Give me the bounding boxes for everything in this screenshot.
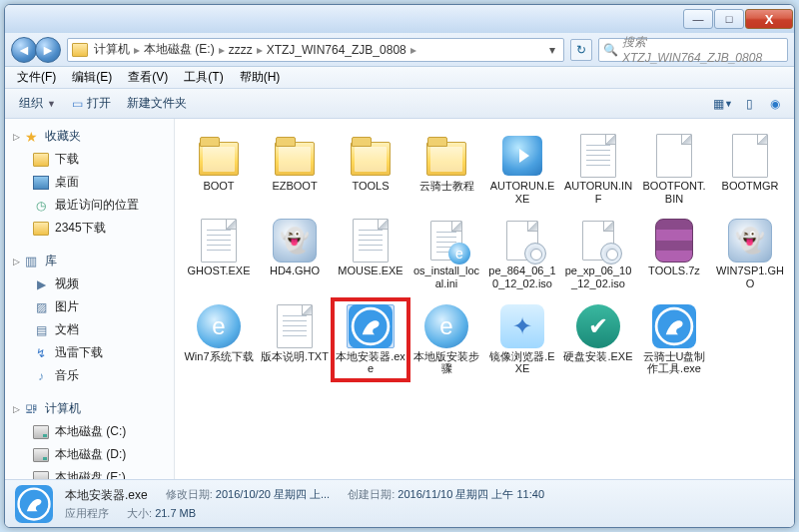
- breadcrumb-dropdown[interactable]: ▾: [545, 43, 559, 57]
- title-bar: — □ X: [5, 5, 794, 33]
- file-label: WIN7SP1.GHO: [715, 265, 785, 289]
- file-label: EZBOOT: [272, 180, 317, 193]
- file-item[interactable]: AUTORUN.EXE: [486, 131, 558, 208]
- details-pane: 本地安装器.exe 修改日期: 2016/10/20 星期四 上... 创建日期…: [5, 479, 794, 527]
- open-button[interactable]: ▭ 打开: [64, 92, 119, 115]
- file-item[interactable]: ✦镜像浏览器.EXE: [486, 301, 558, 378]
- favorites-group: ▷★ 收藏夹 下载桌面◷最近访问的位置2345下载: [5, 125, 174, 240]
- file-item[interactable]: 云骑士教程: [410, 131, 482, 208]
- file-label: BOOTFONT.BIN: [639, 180, 709, 205]
- file-item[interactable]: BOOT: [183, 131, 255, 208]
- menu-help[interactable]: 帮助(H): [232, 67, 289, 88]
- favorites-header[interactable]: ▷★ 收藏夹: [5, 125, 174, 148]
- file-item[interactable]: 本地安装器.exe: [335, 301, 406, 378]
- file-item[interactable]: e本地版安装步骤: [410, 301, 482, 378]
- refresh-button[interactable]: ↻: [570, 39, 592, 61]
- computer-header[interactable]: ▷🖳 计算机: [5, 397, 174, 420]
- libraries-item[interactable]: ▤文档: [5, 318, 174, 341]
- file-item[interactable]: pe_864_06_10_12_02.iso: [486, 216, 558, 292]
- breadcrumb-root[interactable]: 计算机: [94, 41, 130, 58]
- selected-file-type: 应用程序: [65, 506, 109, 521]
- file-label: pe_xp_06_10_12_02.iso: [563, 265, 633, 289]
- file-item[interactable]: eWin7系统下载: [183, 301, 255, 378]
- libraries-item[interactable]: ↯迅雷下载: [5, 341, 174, 364]
- view-options-button[interactable]: ▦ ▼: [710, 93, 736, 115]
- file-label: pe_864_06_10_12_02.iso: [487, 265, 557, 289]
- libraries-header[interactable]: ▷▥ 库: [5, 250, 174, 272]
- forward-button[interactable]: ►: [35, 37, 61, 63]
- file-item[interactable]: MOUSE.EXE: [335, 216, 406, 292]
- file-item[interactable]: 👻WIN7SP1.GHO: [714, 216, 786, 292]
- computer-item[interactable]: 本地磁盘 (E:): [5, 466, 174, 479]
- close-button[interactable]: X: [745, 9, 793, 29]
- file-label: os_install_local.ini: [411, 265, 481, 289]
- selected-file-name: 本地安装器.exe: [65, 487, 148, 504]
- file-icon: [650, 134, 698, 178]
- file-label: 本地版安装步骤: [411, 350, 481, 375]
- favorites-item[interactable]: ◷最近访问的位置: [5, 194, 174, 217]
- computer-group: ▷🖳 计算机 本地磁盘 (C:)本地磁盘 (D:)本地磁盘 (E:): [5, 397, 174, 479]
- breadcrumb-sep: ▸: [257, 43, 263, 57]
- navigation-pane[interactable]: ▷★ 收藏夹 下载桌面◷最近访问的位置2345下载 ▷▥ 库 ▶视频▨图片▤文档…: [5, 119, 175, 479]
- file-label: AUTORUN.INF: [563, 180, 633, 205]
- minimize-button[interactable]: —: [683, 9, 713, 29]
- computer-item[interactable]: 本地磁盘 (C:): [5, 420, 174, 443]
- favorites-item[interactable]: 下载: [5, 148, 174, 171]
- menu-tools[interactable]: 工具(T): [176, 67, 231, 88]
- file-icon: e: [422, 304, 470, 348]
- breadcrumb-part[interactable]: 本地磁盘 (E:): [144, 41, 215, 58]
- computer-item[interactable]: 本地磁盘 (D:): [5, 443, 174, 466]
- file-label: BOOT: [203, 180, 234, 193]
- file-list[interactable]: BOOTEZBOOTTOOLS云骑士教程AUTORUN.EXEAUTORUN.I…: [175, 119, 794, 479]
- file-label: 版本说明.TXT: [261, 350, 329, 363]
- organize-button[interactable]: 组织▼: [11, 92, 64, 115]
- favorites-item[interactable]: 桌面: [5, 171, 174, 194]
- favorites-item[interactable]: 2345下载: [5, 217, 174, 240]
- new-folder-button[interactable]: 新建文件夹: [119, 92, 195, 115]
- file-item[interactable]: EZBOOT: [259, 131, 331, 208]
- file-label: MOUSE.EXE: [338, 265, 402, 277]
- file-icon: [650, 219, 698, 263]
- maximize-button[interactable]: □: [714, 9, 744, 29]
- file-item[interactable]: eos_install_local.ini: [410, 216, 482, 292]
- libraries-item[interactable]: ▨图片: [5, 295, 174, 318]
- file-icon: e: [422, 219, 470, 263]
- file-item[interactable]: ✔硬盘安装.EXE: [562, 301, 634, 378]
- file-item[interactable]: AUTORUN.INF: [562, 131, 634, 208]
- library-icon: ▥: [23, 255, 39, 268]
- file-label: 云骑士教程: [419, 180, 474, 193]
- file-label: GHOST.EXE: [188, 265, 251, 277]
- menu-edit[interactable]: 编辑(E): [64, 67, 120, 88]
- file-icon: 👻: [726, 219, 774, 263]
- file-item[interactable]: 版本说明.TXT: [259, 301, 331, 378]
- file-label: HD4.GHO: [270, 265, 320, 277]
- file-item[interactable]: pe_xp_06_10_12_02.iso: [562, 216, 634, 292]
- menu-view[interactable]: 查看(V): [120, 67, 176, 88]
- breadcrumb-bar[interactable]: 计算机 ▸ 本地磁盘 (E:) ▸ zzzz ▸ XTZJ_WIN764_ZJB…: [67, 38, 564, 62]
- libraries-group: ▷▥ 库 ▶视频▨图片▤文档↯迅雷下载♪音乐: [5, 250, 174, 387]
- file-item[interactable]: TOOLS: [335, 131, 406, 208]
- file-item[interactable]: 👻HD4.GHO: [259, 216, 331, 292]
- nav-buttons: ◄ ►: [11, 37, 61, 63]
- file-item[interactable]: GHOST.EXE: [183, 216, 255, 292]
- help-button[interactable]: ◉: [762, 93, 788, 115]
- back-button[interactable]: ◄: [11, 37, 37, 63]
- file-icon: [726, 134, 774, 178]
- file-item[interactable]: BOOTMGR: [714, 131, 786, 208]
- breadcrumb-part[interactable]: zzzz: [229, 43, 253, 57]
- file-item[interactable]: TOOLS.7z: [638, 216, 710, 292]
- file-icon: [271, 304, 319, 348]
- file-label: TOOLS.7z: [648, 265, 700, 277]
- file-item[interactable]: BOOTFONT.BIN: [638, 131, 710, 208]
- menu-file[interactable]: 文件(F): [9, 67, 64, 88]
- file-icon: [195, 219, 243, 263]
- libraries-item[interactable]: ▶视频: [5, 272, 174, 295]
- libraries-item[interactable]: ♪音乐: [5, 364, 174, 387]
- file-item[interactable]: 云骑士U盘制作工具.exe: [638, 301, 710, 378]
- file-icon: e: [195, 304, 243, 348]
- search-box[interactable]: 🔍 搜索 XTZJ_WIN764_ZJB_0808: [598, 38, 788, 62]
- preview-pane-button[interactable]: ▯: [736, 93, 762, 115]
- breadcrumb-sep: ▸: [219, 43, 225, 57]
- star-icon: ★: [23, 130, 39, 144]
- breadcrumb-part[interactable]: XTZJ_WIN764_ZJB_0808: [267, 43, 406, 57]
